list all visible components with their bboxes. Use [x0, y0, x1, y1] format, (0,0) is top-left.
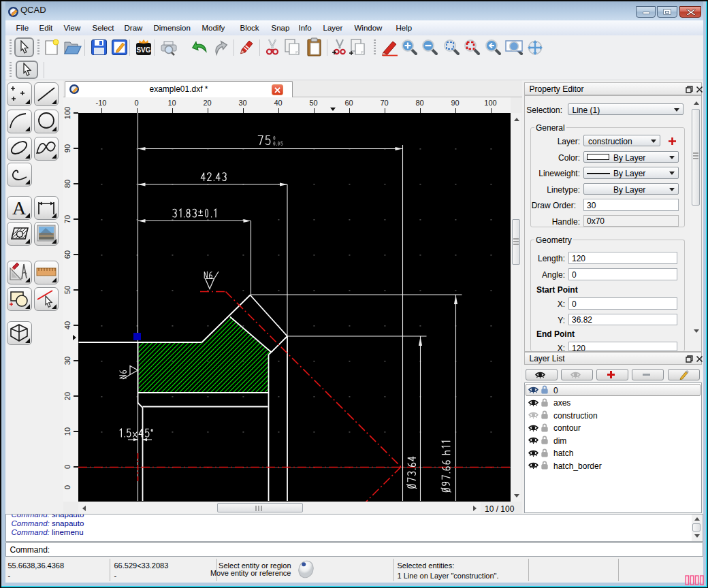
svg-text:SVG: SVG	[136, 46, 150, 54]
